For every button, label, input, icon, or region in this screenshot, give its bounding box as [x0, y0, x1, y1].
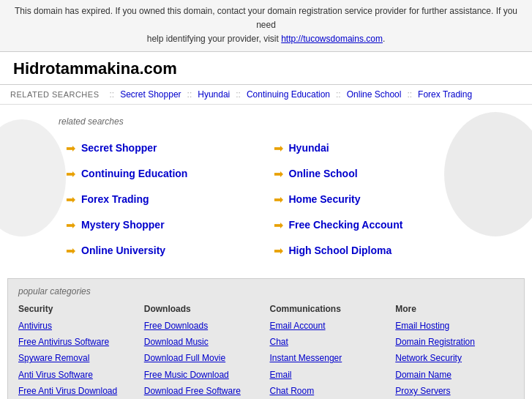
cat-link-domain-name[interactable]: Domain Name	[395, 368, 514, 382]
cat-link-download-music[interactable]: Download Music	[144, 335, 263, 349]
arrow-icon: ➡	[274, 244, 283, 258]
list-item: ➡ Free Checking Account	[266, 212, 474, 238]
category-heading-downloads: Downloads	[144, 304, 263, 314]
cat-link-free-anti-virus-download[interactable]: Free Anti Virus Download	[18, 384, 137, 398]
cat-link-email-account[interactable]: Email Account	[270, 318, 389, 333]
bar-link-hyundai[interactable]: Hyundai	[198, 89, 230, 100]
search-links-grid: ➡ Secret Shopper ➡ Hyundai ➡ Continuing …	[15, 135, 517, 264]
cat-link-domain-registration[interactable]: Domain Registration	[395, 335, 514, 349]
link-free-checking-account[interactable]: Free Checking Account	[289, 219, 403, 231]
link-mystery-shopper[interactable]: Mystery Shopper	[81, 219, 165, 231]
category-col-more: More Email Hosting Domain Registration N…	[395, 304, 514, 399]
bar-link-continuing-education[interactable]: Continuing Education	[247, 89, 330, 100]
tucows-link[interactable]: http://tucowsdomains.com	[281, 34, 383, 44]
list-item: ➡ Continuing Education	[59, 161, 266, 187]
arrow-icon: ➡	[66, 244, 75, 258]
link-continuing-education[interactable]: Continuing Education	[81, 168, 187, 179]
link-high-school-diploma[interactable]: High School Diploma	[289, 245, 392, 256]
bar-link-online-school[interactable]: Online School	[347, 89, 402, 100]
cat-link-download-full-movie[interactable]: Download Full Movie	[144, 351, 263, 365]
link-secret-shopper[interactable]: Secret Shopper	[81, 142, 157, 154]
related-searches-bar: RELATED SEARCHES :: Secret Shopper :: Hy…	[0, 85, 532, 105]
list-item: ➡ Secret Shopper	[59, 135, 266, 161]
cat-link-spyware[interactable]: Spyware Removal	[18, 351, 137, 365]
cat-link-free-music-download[interactable]: Free Music Download	[144, 368, 263, 382]
category-heading-communications: Communications	[270, 304, 389, 314]
cat-link-proxy-servers[interactable]: Proxy Servers	[395, 384, 514, 398]
arrow-icon: ➡	[66, 218, 75, 232]
arrow-icon: ➡	[66, 193, 75, 206]
arrow-icon: ➡	[274, 193, 283, 206]
category-col-communications: Communications Email Account Chat Instan…	[270, 304, 389, 399]
related-searches-section-label: related searches	[15, 116, 517, 127]
arrow-icon: ➡	[274, 167, 283, 181]
arrow-icon: ➡	[66, 167, 75, 181]
categories-grid: Security Antivirus Free Antivirus Softwa…	[18, 304, 514, 399]
list-item: ➡ Online School	[266, 161, 474, 187]
arrow-icon: ➡	[66, 141, 75, 155]
cat-link-antivirus[interactable]: Antivirus	[18, 318, 137, 333]
cat-link-free-downloads[interactable]: Free Downloads	[144, 318, 263, 333]
list-item: ➡ Home Security	[266, 187, 474, 212]
cat-link-instant-messenger[interactable]: Instant Messenger	[270, 351, 389, 365]
expired-text-2: help identifying your provider, visit	[147, 34, 281, 44]
popular-categories-section: popular categories Security Antivirus Fr…	[7, 278, 525, 399]
expired-text-1: This domain has expired. If you owned th…	[15, 6, 517, 30]
category-heading-more: More	[395, 304, 514, 314]
list-item: ➡ Forex Trading	[59, 187, 266, 212]
list-item: ➡ Online University	[59, 238, 266, 264]
link-online-school[interactable]: Online School	[289, 168, 358, 179]
arrow-icon: ➡	[274, 141, 283, 155]
list-item: ➡ High School Diploma	[266, 238, 474, 264]
link-forex-trading[interactable]: Forex Trading	[81, 193, 149, 205]
expired-notice-bar: This domain has expired. If you owned th…	[0, 0, 532, 52]
cat-link-free-antivirus[interactable]: Free Antivirus Software	[18, 335, 137, 349]
link-home-security[interactable]: Home Security	[289, 193, 361, 205]
category-heading-security: Security	[18, 304, 137, 314]
domain-title: Hidrotammakina.com	[0, 52, 532, 85]
bar-link-forex-trading[interactable]: Forex Trading	[418, 89, 472, 100]
category-col-downloads: Downloads Free Downloads Download Music …	[144, 304, 263, 399]
cat-link-chat-room[interactable]: Chat Room	[270, 384, 389, 398]
related-bar-label: RELATED SEARCHES	[10, 90, 100, 99]
cat-link-antivirus-software[interactable]: Anti Virus Software	[18, 368, 137, 382]
cat-link-email-hosting[interactable]: Email Hosting	[395, 318, 514, 333]
cat-link-email[interactable]: Email	[270, 368, 389, 382]
link-hyundai[interactable]: Hyundai	[289, 142, 329, 154]
cat-link-network-security[interactable]: Network Security	[395, 351, 514, 365]
bar-link-secret-shopper[interactable]: Secret Shopper	[120, 89, 181, 100]
link-online-university[interactable]: Online University	[81, 245, 165, 256]
list-item: ➡ Mystery Shopper	[59, 212, 266, 238]
cat-link-download-free-software[interactable]: Download Free Software	[144, 384, 263, 398]
list-item: ➡ Hyundai	[266, 135, 474, 161]
category-col-security: Security Antivirus Free Antivirus Softwa…	[18, 304, 137, 399]
cat-link-chat[interactable]: Chat	[270, 335, 389, 349]
arrow-icon: ➡	[274, 218, 283, 232]
popular-label: popular categories	[18, 286, 514, 297]
center-content: related searches ➡ Secret Shopper ➡ Hyun…	[0, 105, 532, 278]
sep1: ::	[110, 89, 115, 100]
